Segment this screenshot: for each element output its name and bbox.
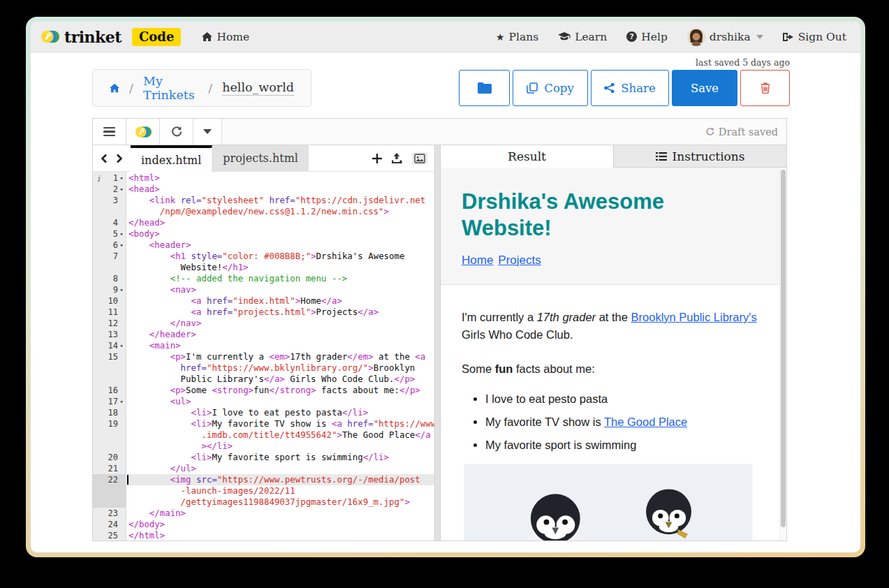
code-line[interactable]: 9▾ <nav> xyxy=(93,284,434,295)
code-line[interactable]: 7 <h1 style="color: #008B8B;">Drshika's … xyxy=(93,251,434,262)
fold-caret[interactable]: ▾ xyxy=(118,228,125,240)
code-line[interactable]: ></li> xyxy=(93,441,434,452)
copy-button[interactable]: Copy xyxy=(513,70,588,106)
result-list-item: My favorite sport is swimming xyxy=(485,436,765,454)
code-line[interactable]: 18 <li>I love to eat pesto pasta</li> xyxy=(93,407,434,418)
breadcrumb-project-name[interactable]: hello_world xyxy=(222,80,294,96)
trinket-logo[interactable]: trinket Code xyxy=(41,27,181,46)
code-line[interactable]: 14▾ <main> xyxy=(93,340,434,351)
result-link[interactable]: The Good Place xyxy=(604,416,687,428)
code-line[interactable]: 5▾<body> xyxy=(93,228,434,240)
info-icon[interactable]: i xyxy=(97,173,100,184)
result-page-main: I'm currently a 17th grader at the Brook… xyxy=(441,285,786,541)
run-button[interactable] xyxy=(126,119,160,145)
code-line[interactable]: .imdb.com/title/tt4955642">The Good Plac… xyxy=(93,429,434,441)
fold-caret[interactable]: ▾ xyxy=(118,172,125,184)
gutter-cell xyxy=(93,441,126,452)
code-line[interactable]: 19 <li>My favorite TV show is <a href="h… xyxy=(93,418,434,429)
code-line[interactable]: Public Library's</a> Girls Who Code Club… xyxy=(93,374,434,385)
code-line[interactable]: 11 <a href="projects.html">Projects</a> xyxy=(93,307,434,318)
add-file-icon[interactable] xyxy=(372,154,382,163)
code-line[interactable]: 17▾ <ul> xyxy=(93,396,434,407)
user-menu[interactable]: drshika xyxy=(687,28,763,46)
code-line[interactable]: 2▾<head> xyxy=(93,184,434,195)
code-line[interactable]: 21 </ul> xyxy=(93,463,434,474)
sync-icon xyxy=(705,127,714,136)
image-library-button[interactable] xyxy=(412,152,427,165)
code-line[interactable]: 6▾ <header> xyxy=(93,240,434,251)
gutter-cell: 17▾ xyxy=(93,396,126,407)
code-line[interactable]: 8 <!-- added the navigation menu --> xyxy=(93,273,434,284)
sign-out-link[interactable]: Sign Out xyxy=(783,31,846,43)
breadcrumb-home-icon[interactable] xyxy=(110,82,119,94)
gutter-cell: 6▾ xyxy=(93,240,126,251)
code-line[interactable]: 13 </header> xyxy=(93,329,434,340)
refresh-button[interactable] xyxy=(160,119,193,145)
code-line[interactable]: 12 </nav> xyxy=(93,318,434,329)
fold-caret[interactable]: ▾ xyxy=(118,340,125,351)
code-line[interactable]: href="https://www.bklynlibrary.org/">Bro… xyxy=(93,362,434,374)
result-nav-link[interactable]: Projects xyxy=(498,253,541,267)
pane-divider[interactable] xyxy=(435,145,440,541)
nav-learn-label: Learn xyxy=(575,31,607,43)
help-icon: ? xyxy=(626,31,637,42)
chevron-right-icon[interactable] xyxy=(116,154,123,163)
text-segment: fun xyxy=(495,362,513,375)
fold-caret[interactable]: ▾ xyxy=(118,396,125,407)
chevron-left-icon[interactable] xyxy=(101,154,108,163)
tab-instructions[interactable]: Instructions xyxy=(613,145,786,167)
nav-home-link[interactable]: Home xyxy=(202,31,249,43)
code-line[interactable]: 23 </main> xyxy=(93,508,434,519)
code-line[interactable]: 1▾<html> xyxy=(93,172,434,184)
code-line[interactable]: 20 <li>My favorite sport is swimming</li… xyxy=(93,452,434,463)
code-line[interactable]: 15 <p>I'm currently a <em>17th grader</e… xyxy=(93,351,434,362)
code-line[interactable]: 4</head> xyxy=(93,217,434,228)
tab-projects-html[interactable]: projects.html xyxy=(212,145,309,171)
code-line[interactable]: Website!</h1> xyxy=(93,262,434,273)
result-scrollbar-thumb[interactable] xyxy=(781,170,786,527)
tab-index-html[interactable]: index.html xyxy=(131,145,212,172)
gutter-cell: 21 xyxy=(93,463,126,474)
nav-help-link[interactable]: ? Help xyxy=(626,31,668,43)
editor-toolbar: Draft saved xyxy=(93,119,786,145)
tab-result[interactable]: Result xyxy=(441,145,613,168)
upload-icon[interactable] xyxy=(391,153,403,163)
menu-button[interactable] xyxy=(93,119,126,145)
fold-caret[interactable]: ▾ xyxy=(118,240,125,251)
code-line[interactable]: 16 <p>Some <strong>fun</strong> facts ab… xyxy=(93,385,434,396)
nav-learn-link[interactable]: Learn xyxy=(558,31,607,43)
nav-plans-link[interactable]: ★ Plans xyxy=(496,31,538,43)
trash-icon xyxy=(761,82,770,94)
code-line[interactable]: 25</html> xyxy=(93,530,434,541)
gutter-cell: 8 xyxy=(93,273,126,284)
graduation-cap-icon xyxy=(558,32,571,41)
folder-button[interactable] xyxy=(459,70,510,106)
sign-out-label: Sign Out xyxy=(798,31,846,43)
gutter-cell: 18 xyxy=(93,407,126,418)
breadcrumb-my-trinkets[interactable]: My Trinkets xyxy=(143,74,198,102)
fold-caret[interactable]: ▾ xyxy=(118,284,125,295)
code-line[interactable]: /gettyimages1198849037jpgmaster/16x9_m.j… xyxy=(93,497,434,508)
list-icon xyxy=(656,152,667,161)
draft-status-label: Draft saved xyxy=(719,126,778,138)
delete-button[interactable] xyxy=(740,70,790,106)
gutter-cell xyxy=(93,497,126,508)
code-line[interactable]: 3 <link rel="stylesheet" href="https://c… xyxy=(93,195,434,206)
result-link[interactable]: Brooklyn Public Library's xyxy=(631,311,757,323)
result-scrollbar[interactable] xyxy=(779,168,786,541)
code-line[interactable]: 10 <a href="index.html">Home</a> xyxy=(93,295,434,307)
fold-caret[interactable]: ▾ xyxy=(118,184,125,195)
gutter-cell xyxy=(93,485,126,497)
save-label: Save xyxy=(691,82,719,95)
code-editor[interactable]: i 1▾<html>2▾<head>3 <link rel="styleshee… xyxy=(93,172,434,541)
result-paragraph: Some fun facts about me: xyxy=(462,360,765,378)
code-line[interactable]: 22 <img src="https://www.pewtrusts.org/-… xyxy=(93,474,434,485)
save-button[interactable]: Save xyxy=(672,70,737,106)
share-button[interactable]: Share xyxy=(591,70,669,106)
code-line[interactable]: /npm/@exampledev/new.css@1.1.2/new.min.c… xyxy=(93,206,434,217)
nav-plans-label: Plans xyxy=(509,31,539,43)
code-line[interactable]: -launch-images/2022/11 xyxy=(93,485,434,497)
result-nav-link[interactable]: Home xyxy=(462,253,493,267)
run-options-dropdown[interactable] xyxy=(193,119,222,145)
code-line[interactable]: 24</body> xyxy=(93,519,434,530)
